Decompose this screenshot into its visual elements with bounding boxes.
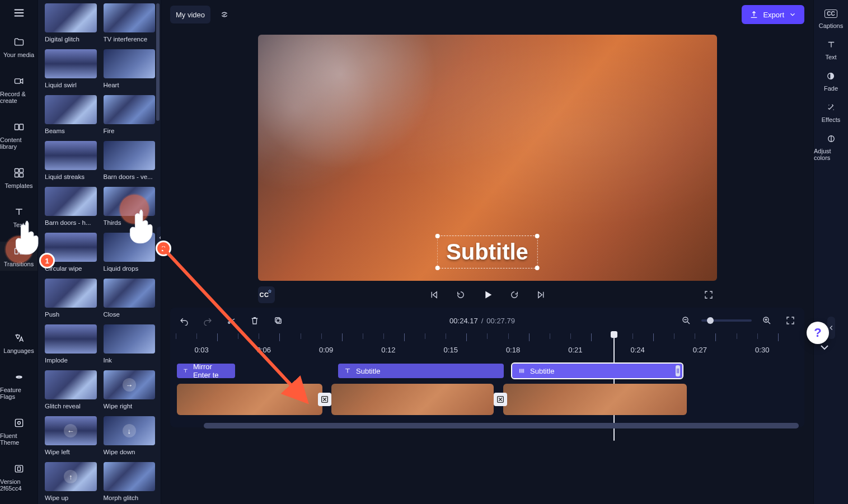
nav-record-create[interactable]: Record & create [0,72,38,107]
nav-templates[interactable]: Templates [0,163,38,192]
generate-captions[interactable]: CC [258,286,275,303]
transition-thumb [104,141,156,170]
transition-tile-wipe-right[interactable]: → Wipe right [104,370,156,409]
transition-tile-implode[interactable]: Implode [45,324,97,364]
split-button[interactable] [223,312,240,329]
nav-languages[interactable]: Languages [0,328,38,357]
transition-tile-liquid-swirl[interactable]: Liquid swirl [45,49,97,88]
duplicate-button[interactable] [270,312,287,329]
library-icon [13,121,25,133]
transition-tile-circular-wipe[interactable]: Circular wipe [45,233,97,272]
undo-button[interactable] [176,312,193,329]
languages-icon [13,332,25,344]
redo-button[interactable] [199,312,216,329]
transition-tile-wipe-up[interactable]: ↑ Wipe up [45,462,97,501]
transition-tile-wipe-left[interactable]: ← Wipe left [45,416,97,455]
expand-bottom-panel[interactable] [818,341,831,354]
transition-tile-ink[interactable]: Ink [104,324,156,364]
nav-fluent-theme[interactable]: Fluent Theme [0,413,38,449]
saved-status[interactable] [216,6,233,23]
transition-tile-glitch-reveal[interactable]: Glitch reveal [45,370,97,409]
transition-placeholder-t1[interactable] [318,393,331,406]
play[interactable] [479,286,496,303]
handle-br[interactable] [535,266,540,270]
transition-tile-thirds[interactable]: Thirds [104,187,156,226]
delete-button[interactable] [246,312,263,329]
zoom-out-button[interactable] [678,312,695,329]
preview-controls: CC [258,286,717,303]
transition-tile-beams[interactable]: Beams [45,95,97,134]
handle-tl[interactable] [435,234,439,238]
nav-label: Languages [3,347,34,354]
clip-handle[interactable] [676,365,680,376]
rp-effects[interactable]: Effects [822,102,840,123]
handle-bl[interactable] [435,266,439,270]
zoom-in-button[interactable] [758,312,775,329]
preview-frame[interactable]: Subtitle [258,35,717,281]
fullscreen[interactable] [700,286,717,303]
nav-version[interactable]: Version 2f65cc4 [0,459,38,495]
transition-tile-digital-glitch[interactable]: Digital glitch [45,3,97,43]
subtitle-overlay[interactable]: Subtitle [437,235,538,269]
transition-tile-close[interactable]: Close [104,279,156,318]
header: My video Export [161,0,813,29]
transitions-scroll[interactable]: Digital glitch TV interference Liquid sw… [38,0,161,504]
svg-rect-7 [15,248,18,254]
forward-10[interactable] [506,286,523,303]
next-clip[interactable] [533,286,550,303]
transition-placeholder-t2[interactable] [494,393,507,406]
transition-thumb [45,141,97,170]
transition-tile-liquid-streaks[interactable]: Liquid streaks [45,141,97,180]
svg-rect-8 [20,248,23,254]
transition-tile-wipe-down[interactable]: ↓ Wipe down [104,416,156,455]
version-icon [13,463,25,475]
transition-thumb [104,3,156,32]
nav-label: Templates [4,182,32,189]
export-button[interactable]: Export [742,5,804,24]
transitions-icon [13,245,25,257]
export-label: Export [763,11,784,19]
text-clip-text-1[interactable]: Mirror Enter te [177,364,235,378]
direction-icon: ← [64,424,77,437]
transition-tile-barn-doors-h[interactable]: Barn doors - h... [45,187,97,226]
rp-text[interactable]: Text [825,39,837,60]
nav-text[interactable]: Text [0,202,38,232]
ruler[interactable]: 0:030:060:090:120:150:180:210:240:270:30 [176,333,799,346]
prev-clip[interactable] [425,286,442,303]
back-10[interactable] [452,286,469,303]
rp-adjust-colors[interactable]: Adjust colors [814,133,848,161]
video-clip-v2[interactable] [331,384,494,415]
transition-tile-barn-doors-ve[interactable]: Barn doors - ve... [104,141,156,180]
transition-tile-heart[interactable]: Heart [104,49,156,88]
transition-tile-fire[interactable]: Fire [104,95,156,134]
nav-content-library[interactable]: Content library [0,117,38,153]
nav-label: Version 2f65cc4 [0,478,38,492]
svg-point-10 [17,422,20,425]
transition-tile-push[interactable]: Push [45,279,97,318]
fit-button[interactable] [782,312,799,329]
handle-tr[interactable] [535,234,540,238]
rp-captions[interactable]: CC Captions [819,8,843,29]
text-icon [825,39,837,50]
hamburger-menu[interactable] [0,3,38,22]
flags-icon [13,371,25,383]
transition-thumb: ↑ [45,462,97,491]
transition-tile-liquid-drops[interactable]: Liquid drops [104,233,156,272]
transition-tile-morph-glitch[interactable]: Morph glitch [104,462,156,501]
nav-transitions[interactable]: Transitions [0,242,38,271]
timeline-horizontal-scrollbar[interactable] [204,423,799,428]
project-title-pill[interactable]: My video [170,6,210,23]
svg-rect-5 [15,173,18,177]
rp-fade[interactable]: Fade [824,70,838,92]
text-clip-subtitle-1[interactable]: Subtitle [338,364,504,378]
effects-icon [825,102,837,113]
nav-feature-flags[interactable]: Feature Flags [0,368,38,403]
panel-scrollbar[interactable] [156,3,160,121]
video-clip-v3[interactable] [503,384,687,415]
panel-collapse[interactable] [157,227,161,249]
text-clip-subtitle-2[interactable]: Subtitle [512,364,682,378]
zoom-slider[interactable] [701,319,752,322]
video-clip-v1[interactable] [177,384,322,415]
transition-tile-tv-interference[interactable]: TV interference [104,3,156,43]
nav-your-media[interactable]: Your media [0,32,38,62]
